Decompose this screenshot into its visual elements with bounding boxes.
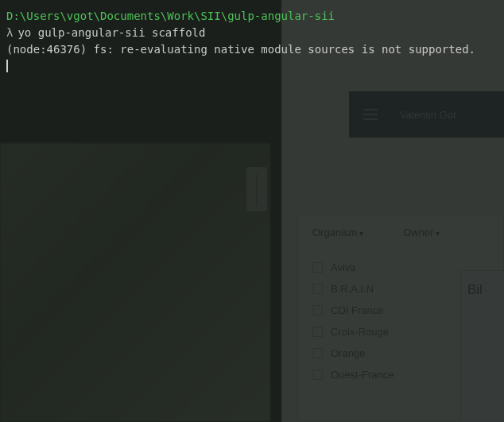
current-directory: D:\Users\vgot\Documents\Work\SII\gulp-an… [6, 8, 498, 25]
cursor-line [6, 58, 498, 72]
command-text: yo gulp-angular-sii scaffold [17, 26, 205, 39]
cursor-icon [6, 60, 8, 72]
terminal-output: (node:46376) fs: re-evaluating native mo… [6, 41, 498, 58]
prompt-symbol: λ [6, 26, 13, 39]
command-line: λyo gulp-angular-sii scaffold [6, 25, 498, 41]
terminal[interactable]: D:\Users\vgot\Documents\Work\SII\gulp-an… [0, 0, 504, 422]
